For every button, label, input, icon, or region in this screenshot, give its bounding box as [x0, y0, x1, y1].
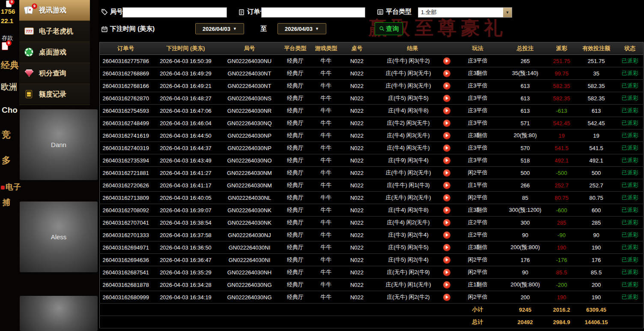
replay-icon[interactable] — [443, 107, 450, 114]
table-row: 2604031627545932026-04-03 16:47:06GN0222… — [100, 105, 644, 117]
cell-platform: 经典厅 — [280, 80, 311, 92]
replay-icon[interactable] — [443, 144, 450, 152]
cell-bet: 200(预:800) — [503, 279, 548, 291]
result-text: 庄(牛4) 闲3(无牛) — [375, 132, 442, 139]
cell-round: GN022264030NK — [220, 217, 280, 229]
table-row: 2604031627206262026-04-03 16:41:17GN0222… — [100, 179, 644, 192]
replay-icon[interactable] — [443, 57, 450, 65]
cell-order: 260403162707041 — [100, 217, 152, 229]
cell-payout: -176 — [548, 254, 576, 266]
replay-icon[interactable] — [443, 120, 450, 127]
cell-order: 260403162768869 — [100, 67, 152, 80]
replay-icon[interactable] — [443, 157, 450, 164]
cell-payout: -613 — [548, 105, 576, 117]
date-to-picker[interactable]: 2026/04/03 ▼ — [277, 23, 326, 34]
cell-valid: 492.1 — [576, 154, 617, 167]
sidebar-item-slots[interactable]: 777 电子老虎机 — [19, 21, 90, 42]
round-input[interactable] — [122, 7, 227, 18]
cell-result: 庄(牛牛) 闲3(无牛) — [373, 67, 453, 80]
cell-valid: 542.45 — [576, 117, 617, 129]
bet-table-body: 2604031627757862026-04-03 16:50:39GN0222… — [100, 55, 644, 304]
replay-icon[interactable] — [443, 244, 450, 251]
order-input[interactable] — [261, 7, 365, 18]
cell-valid: 500 — [576, 167, 617, 179]
cell-order: 260403162708092 — [100, 204, 152, 217]
cell-status: 已派彩 — [617, 117, 644, 129]
cell-play: 庄3平倍 — [453, 154, 503, 167]
result-text: 庄(无牛) 闲2(牛2) — [375, 293, 442, 301]
cell-bet: 265 — [503, 55, 548, 67]
replay-icon[interactable] — [443, 269, 450, 276]
cell-result: 庄(牛5) 闲3(牛5) — [373, 92, 453, 105]
sidebar-item-label: 桌面游戏 — [39, 48, 66, 57]
replay-icon[interactable] — [443, 219, 450, 226]
table-row: 2604031627353942026-04-03 16:43:49GN0222… — [100, 154, 644, 167]
cell-bet: 200 — [503, 291, 548, 304]
table-row: 2604031627484992026-04-03 16:46:04GN0222… — [100, 117, 644, 129]
replay-icon[interactable] — [443, 182, 450, 189]
cell-play: 闲2平倍 — [453, 167, 503, 179]
sidebar-item-points-query[interactable]: 积分查询 — [19, 63, 90, 84]
replay-icon[interactable] — [443, 294, 450, 301]
cell-platform: 经典厅 — [280, 92, 311, 105]
replay-icon[interactable] — [443, 70, 450, 77]
table-row: 2604031627013332026-04-03 16:37:58GN0222… — [100, 229, 644, 241]
platform-select[interactable]: 1.全部 ▼ — [418, 7, 512, 18]
date-from-picker[interactable]: 2026/04/03 ▼ — [195, 23, 244, 34]
replay-icon[interactable] — [443, 281, 450, 289]
sidebar-item-table-games[interactable]: 桌面游戏 — [19, 42, 90, 63]
platform-select-value: 1.全部 — [418, 9, 503, 16]
sidebar-item-video-games[interactable]: 9 视讯游戏 — [19, 0, 90, 21]
cell-round: GN022264030NM — [220, 179, 280, 192]
cell-time: 2026-04-03 16:50:39 — [152, 55, 220, 67]
cell-time: 2026-04-03 16:39:07 — [152, 204, 220, 217]
cell-payout: 541.5 — [548, 142, 576, 154]
replay-icon[interactable] — [443, 82, 450, 90]
replay-icon[interactable] — [443, 169, 450, 177]
cell-payout: -600 — [548, 204, 576, 217]
cell-payout: 80.75 — [548, 192, 576, 204]
cell-table_no: N022 — [341, 241, 373, 254]
cell-status: 已派彩 — [617, 80, 644, 92]
cell-game: 牛牛 — [311, 204, 341, 217]
cell-round: GN022264030NP — [220, 129, 280, 142]
tag-icon — [101, 9, 108, 15]
cell-result: 庄(无牛) 闲2(牛9) — [373, 266, 453, 279]
cell-order: 260403162741619 — [100, 129, 152, 142]
cell-payout: -500 — [548, 167, 576, 179]
cell-round: GN022264030NL — [220, 192, 280, 204]
replay-icon[interactable] — [443, 194, 450, 202]
replay-icon[interactable] — [443, 256, 450, 264]
replay-icon[interactable] — [443, 207, 450, 214]
query-button-label: 查询 — [386, 25, 399, 33]
cell-platform: 经典厅 — [280, 67, 311, 80]
sidebar-item-label: 额度记录 — [39, 90, 66, 99]
cell-round: GN022264030NI — [220, 241, 280, 254]
cell-platform: 经典厅 — [280, 129, 311, 142]
cell-round: GN022264030NO — [220, 154, 280, 167]
sidebar-item-credit-records[interactable]: 额度记录 — [19, 84, 90, 105]
column-header-platform: 平台类型 — [280, 42, 311, 55]
cell-bet: 613 — [503, 80, 548, 92]
cell-order: 260403162748499 — [100, 117, 152, 129]
query-button[interactable]: 查询 — [375, 22, 403, 35]
cell-order: 260403162694636 — [100, 254, 152, 266]
column-header-time: 下注时间 (美东) — [152, 42, 220, 55]
cell-payout: 85.5 — [548, 266, 576, 279]
cell-round: GN022264030NT — [220, 67, 280, 80]
sidebar-item-label: 积分查询 — [39, 69, 66, 78]
cell-valid: 90 — [576, 229, 617, 241]
cell-time: 2026-04-03 16:44:50 — [152, 129, 220, 142]
replay-icon[interactable] — [443, 95, 450, 102]
cell-time: 2026-04-03 16:47:06 — [152, 105, 220, 117]
table-row: 2604031627628702026-04-03 16:48:27GN0222… — [100, 92, 644, 105]
cell-round: GN022264030NH — [220, 266, 280, 279]
replay-icon[interactable] — [443, 232, 450, 239]
cell-round: GN022264030NK — [220, 204, 280, 217]
cell-payout: 582.35 — [548, 92, 576, 105]
sidebar-item-label: 电子老虎机 — [39, 27, 73, 36]
category-jing: 竞 — [2, 129, 11, 141]
cell-time: 2026-04-03 16:49:21 — [152, 80, 220, 92]
replay-icon[interactable] — [443, 132, 450, 139]
cell-result: 庄(牛4) 闲3(无牛) — [373, 129, 453, 142]
